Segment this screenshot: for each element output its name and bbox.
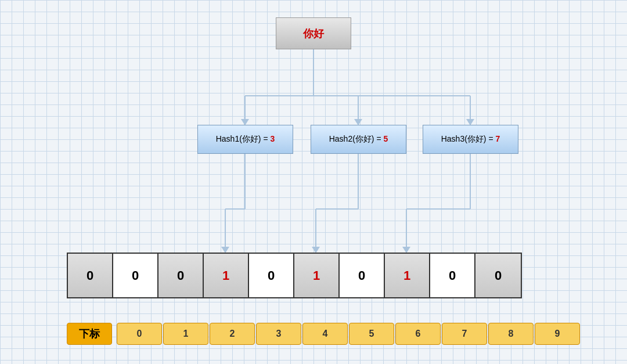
- hash1-label: Hash1(你好) = 3: [216, 134, 275, 145]
- bloom-cell-4: 0: [249, 254, 294, 297]
- index-cell-0: 0: [117, 323, 162, 345]
- hash2-value: 5: [383, 134, 388, 143]
- hash1-node: Hash1(你好) = 3: [197, 125, 293, 154]
- hash3-node: Hash3(你好) = 7: [423, 125, 518, 154]
- hash3-value: 7: [495, 134, 500, 143]
- index-row: 下标 0 1 2 3 4 5 6 7 8 9: [67, 323, 581, 345]
- index-cell-8: 8: [488, 323, 534, 345]
- main-content: 你好 Hash1(你好) = 3 Hash2(你好) = 5 Hash3(你好)…: [0, 0, 627, 364]
- bloom-cell-6: 0: [340, 254, 385, 297]
- index-cell-1: 1: [163, 323, 208, 345]
- hash1-value: 3: [270, 134, 275, 143]
- index-cell-9: 9: [535, 323, 580, 345]
- bloom-cell-0: 0: [68, 254, 113, 297]
- hash3-label: Hash3(你好) = 7: [441, 134, 500, 145]
- bloom-cell-1: 0: [113, 254, 158, 297]
- bloom-cell-2: 0: [158, 254, 204, 297]
- index-cell-6: 6: [395, 323, 441, 345]
- index-cell-5: 5: [349, 323, 394, 345]
- bloom-cell-3: 1: [204, 254, 249, 297]
- hash2-label: Hash2(你好) = 5: [329, 134, 388, 145]
- index-cell-2: 2: [210, 323, 255, 345]
- bloom-cell-7: 1: [385, 254, 430, 297]
- index-cell-7: 7: [442, 323, 487, 345]
- index-cell-3: 3: [256, 323, 301, 345]
- bloom-array: 0 0 0 1 0 1 0 1 0 0: [67, 253, 522, 298]
- bloom-cell-5: 1: [294, 254, 340, 297]
- index-cell-4: 4: [302, 323, 348, 345]
- arrows-overlay: [0, 0, 627, 364]
- index-label: 下标: [67, 323, 112, 345]
- root-label: 你好: [303, 27, 324, 41]
- bloom-cell-8: 0: [430, 254, 475, 297]
- bloom-cell-9: 0: [475, 254, 521, 297]
- hash2-node: Hash2(你好) = 5: [311, 125, 406, 154]
- root-node: 你好: [276, 17, 351, 49]
